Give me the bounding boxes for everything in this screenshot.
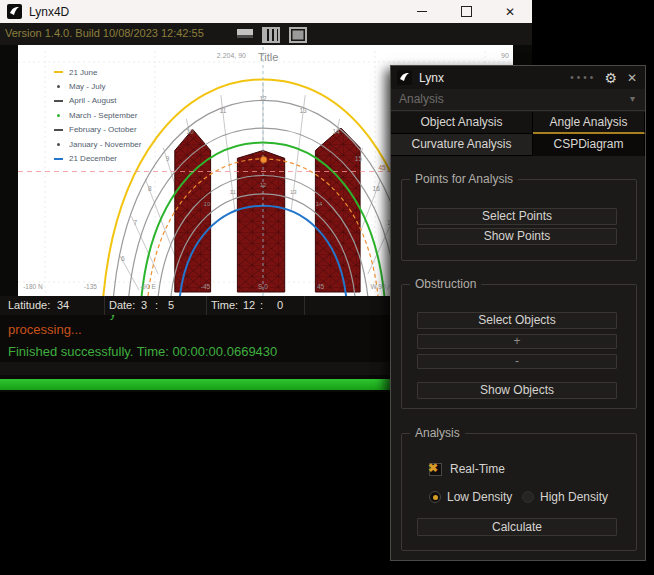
svg-text:6: 6 (121, 255, 125, 262)
svg-text:7: 7 (134, 219, 138, 226)
svg-text:10: 10 (204, 201, 211, 207)
svg-text:13: 13 (290, 189, 297, 195)
close-icon: ✕ (505, 5, 515, 19)
app-logo-icon (7, 4, 22, 19)
svg-text:S 0: S 0 (258, 283, 268, 290)
svg-text:90: 90 (501, 52, 509, 59)
high-density-label: High Density (540, 490, 608, 504)
collapse-window-icon[interactable] (237, 29, 253, 38)
tab-object-analysis[interactable]: Object Analysis (391, 112, 533, 134)
svg-text:12: 12 (259, 95, 267, 102)
date-separator: : (155, 299, 158, 311)
low-density-label: Low Density (447, 490, 512, 504)
dropdown-value: Analysis (399, 92, 444, 106)
clipped-message-artifact: y (110, 315, 116, 320)
time-minute-value[interactable]: 0 (277, 299, 283, 311)
tab-cspdiagram[interactable]: CSPDiagram (533, 134, 645, 156)
legend-marker (54, 100, 63, 102)
version-toolbar: Version 1.4.0. Build 10/08/2023 12:42:55 (0, 23, 532, 45)
low-density-radio[interactable] (429, 491, 441, 503)
minimize-icon (417, 11, 427, 12)
lynx-panel: Lynx •••• ⚙ ✕ Analysis ▾ Object Analysis… (390, 65, 646, 561)
panel-close-icon[interactable]: ✕ (627, 72, 637, 84)
svg-text:8: 8 (148, 185, 152, 192)
legend-item: February - October (54, 123, 141, 137)
date-label: Date: (109, 299, 135, 311)
points-group-legend: Points for Analysis (410, 172, 518, 186)
version-text: Version 1.4.0. Build 10/08/2023 12:42:55 (5, 27, 204, 39)
svg-text:11: 11 (220, 107, 227, 114)
svg-text:9: 9 (166, 155, 170, 162)
legend-label: January - November (69, 140, 141, 149)
points-for-analysis-group: Points for Analysis Select Points Show P… (401, 179, 637, 261)
legend-marker (54, 158, 63, 160)
obstruction-group-legend: Obstruction (410, 277, 481, 291)
svg-text:45: 45 (317, 283, 325, 290)
gear-icon[interactable]: ⚙ (604, 71, 617, 85)
show-objects-button[interactable]: Show Objects (417, 382, 617, 399)
time-hour-value[interactable]: 12 (243, 299, 255, 311)
legend-item: 21 December (54, 151, 141, 165)
svg-text:-135: -135 (84, 283, 97, 290)
high-density-radio[interactable] (522, 491, 534, 503)
svg-text:10: 10 (186, 128, 194, 135)
svg-text:13: 13 (299, 107, 307, 114)
processing-message: processing... (8, 322, 82, 337)
window-title: Lynx4D (29, 5, 69, 19)
svg-text:12: 12 (260, 182, 267, 188)
date-day-value[interactable]: 5 (168, 299, 174, 311)
success-message: Finished successfully. Time: 00:00:00.06… (8, 344, 277, 359)
svg-text:-180 N: -180 N (23, 283, 43, 290)
legend-label: April - August (69, 96, 117, 105)
panel-title: Lynx (419, 71, 444, 85)
svg-text:15: 15 (355, 155, 363, 162)
plus-button[interactable]: + (417, 334, 617, 349)
tab-angle-analysis[interactable]: Angle Analysis (533, 112, 645, 134)
tab-curvature-analysis[interactable]: Curvature Analysis (391, 134, 533, 156)
legend-marker (57, 114, 60, 117)
minimize-button[interactable] (400, 0, 444, 23)
legend-item: May - July (54, 79, 141, 93)
maximize-icon (461, 6, 472, 17)
chevron-down-icon: ▾ (630, 93, 635, 104)
minus-button[interactable]: - (417, 354, 617, 369)
svg-text:-45: -45 (201, 283, 211, 290)
close-button[interactable]: ✕ (488, 0, 532, 23)
maximize-button[interactable] (444, 0, 488, 23)
legend-marker (57, 143, 60, 146)
legend-item: March - September (54, 108, 141, 122)
analysis-dropdown[interactable]: Analysis ▾ (391, 89, 645, 111)
real-time-label: Real-Time (450, 462, 505, 476)
svg-text:14: 14 (316, 201, 323, 207)
real-time-checkbox[interactable]: ✖ (429, 463, 442, 476)
svg-text:16: 16 (373, 185, 381, 192)
svg-text:14: 14 (332, 128, 340, 135)
show-points-button[interactable]: Show Points (417, 228, 617, 245)
legend-label: 21 December (69, 154, 117, 163)
latitude-value[interactable]: 34 (57, 299, 69, 311)
legend-label: 21 June (69, 68, 97, 77)
legend-label: February - October (69, 125, 137, 134)
select-objects-button[interactable]: Select Objects (417, 312, 617, 329)
legend-label: May - July (69, 82, 105, 91)
columns-window-icon[interactable] (262, 27, 280, 43)
time-label: Time: (211, 299, 238, 311)
obstruction-group: Obstruction Select Objects + - Show Obje… (401, 284, 637, 409)
legend-item: April - August (54, 94, 141, 108)
drag-dots-icon[interactable]: •••• (570, 72, 596, 83)
legend-marker (54, 129, 63, 131)
lynx-logo-icon (397, 70, 412, 85)
svg-text:2.204, 90: 2.204, 90 (217, 52, 246, 59)
time-cell: Time: 12 : 0 (207, 296, 305, 315)
select-points-button[interactable]: Select Points (417, 208, 617, 225)
legend-marker (57, 85, 60, 88)
calculate-button[interactable]: Calculate (417, 518, 617, 536)
filled-window-icon[interactable] (289, 27, 307, 43)
panel-header[interactable]: Lynx •••• ⚙ ✕ (391, 66, 645, 90)
date-month-value[interactable]: 3 (141, 299, 147, 311)
legend-item: 21 June (54, 65, 141, 79)
svg-text:W 90: W 90 (370, 283, 386, 290)
legend-item: January - November (54, 137, 141, 151)
panel-tabs: Object Analysis Angle Analysis Curvature… (391, 112, 645, 156)
svg-text:Title: Title (258, 51, 278, 63)
